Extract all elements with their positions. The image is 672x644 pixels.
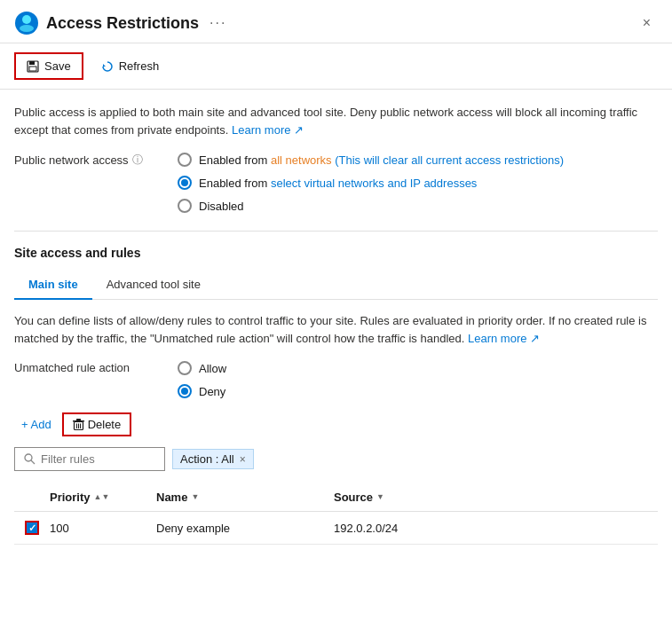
public-network-label: Public network access ⓘ <box>14 153 156 168</box>
title-dots[interactable]: ··· <box>210 15 226 31</box>
save-icon <box>27 60 39 73</box>
table-row: ✓ 100 Deny example 192.0.2.0/24 <box>14 512 658 545</box>
checkbox-check-icon: ✓ <box>28 522 36 534</box>
refresh-button[interactable]: Refresh <box>91 54 170 78</box>
filter-rules-input[interactable] <box>41 452 147 466</box>
title-bar: Access Restrictions ··· × <box>0 0 672 43</box>
radio-all-networks-circle <box>178 153 192 167</box>
site-tabs: Main site Advanced tool site <box>14 271 658 300</box>
public-network-info-icon[interactable]: ⓘ <box>132 153 143 168</box>
radio-allow[interactable]: Allow <box>178 361 226 375</box>
svg-marker-6 <box>103 64 106 67</box>
delete-button[interactable]: Delete <box>62 412 132 436</box>
source-sort-arrows[interactable]: ▼ <box>376 493 384 501</box>
radio-deny[interactable]: Deny <box>178 384 226 398</box>
delete-icon <box>73 419 84 431</box>
svg-point-2 <box>20 25 34 32</box>
learn-more-link-rules[interactable]: Learn more ↗ <box>468 332 540 345</box>
radio-select-networks-circle <box>178 176 192 190</box>
row-priority: 100 <box>50 522 156 535</box>
svg-point-1 <box>22 15 31 24</box>
radio-select-networks[interactable]: Enabled from select virtual networks and… <box>178 176 564 190</box>
close-button[interactable]: × <box>636 12 658 35</box>
radio-allow-circle <box>178 361 192 375</box>
site-access-section: Site access and rules Main site Advanced… <box>14 246 658 545</box>
public-network-access-section: Public network access ⓘ Enabled from all… <box>14 153 658 213</box>
toolbar: Save Refresh <box>0 43 672 90</box>
col-name-header[interactable]: Name ▼ <box>156 491 334 504</box>
row-checkbox[interactable]: ✓ <box>25 521 39 535</box>
divider-1 <box>14 231 658 232</box>
content-area: Public access is applied to both main si… <box>0 90 672 636</box>
svg-point-13 <box>25 454 32 461</box>
save-button[interactable]: Save <box>14 52 83 80</box>
radio-all-networks[interactable]: Enabled from all networks (This will cle… <box>178 153 564 167</box>
action-filter-close[interactable]: × <box>240 453 246 466</box>
unmatched-rule-section: Unmatched rule action Allow Deny <box>14 361 658 398</box>
col-checkbox-header <box>14 491 50 504</box>
info-description: Public access is applied to both main si… <box>14 104 658 138</box>
action-filter-tag: Action : All × <box>172 449 254 469</box>
svg-rect-8 <box>76 419 81 420</box>
priority-sort-arrows[interactable]: ▲▼ <box>94 493 110 501</box>
name-sort-arrows[interactable]: ▼ <box>191 493 199 501</box>
search-icon <box>24 453 36 465</box>
title-bar-left: Access Restrictions ··· <box>14 11 226 35</box>
rules-info-text: You can define lists of allow/deny rules… <box>14 312 658 347</box>
add-delete-row: + Add Delete <box>14 412 658 436</box>
table-header: Priority ▲▼ Name ▼ Source ▼ <box>14 483 658 512</box>
row-checkbox-cell[interactable]: ✓ <box>14 521 50 535</box>
unmatched-rule-radio-group: Allow Deny <box>178 361 226 398</box>
col-source-header[interactable]: Source ▼ <box>334 491 658 504</box>
unmatched-rule-label: Unmatched rule action <box>14 361 156 374</box>
radio-disabled-circle <box>178 199 192 213</box>
radio-deny-circle <box>178 384 192 398</box>
col-priority-header[interactable]: Priority ▲▼ <box>50 491 156 504</box>
learn-more-link-top[interactable]: Learn more ↗ <box>232 123 304 137</box>
svg-line-14 <box>31 460 35 464</box>
row-source: 192.0.2.0/24 <box>334 522 658 535</box>
refresh-icon <box>101 60 114 73</box>
site-access-title: Site access and rules <box>14 246 658 260</box>
svg-rect-5 <box>29 67 36 71</box>
filter-row: Action : All × <box>14 447 658 471</box>
page-title: Access Restrictions <box>46 14 199 33</box>
add-button[interactable]: + Add <box>14 414 59 435</box>
row-name: Deny example <box>156 522 334 535</box>
app-icon <box>14 11 39 35</box>
public-network-radio-group: Enabled from all networks (This will cle… <box>178 153 564 213</box>
radio-disabled[interactable]: Disabled <box>178 199 564 213</box>
filter-input-wrapper[interactable] <box>14 447 165 471</box>
tab-main-site[interactable]: Main site <box>14 271 92 300</box>
svg-rect-4 <box>29 61 35 65</box>
tab-advanced-tool-site[interactable]: Advanced tool site <box>92 271 215 300</box>
